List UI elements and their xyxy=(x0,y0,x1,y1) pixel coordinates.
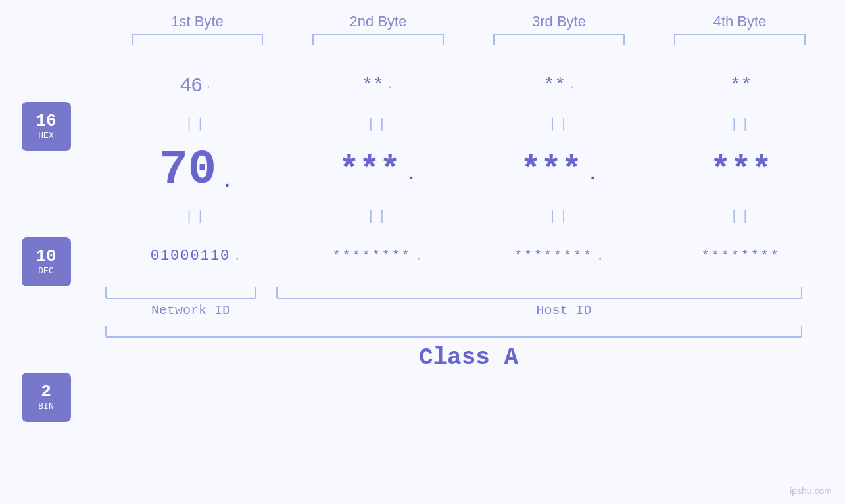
equals2-byte1: || xyxy=(110,208,281,225)
hex-badge-label: HEX xyxy=(38,131,53,141)
bin-badge-num: 2 xyxy=(41,382,51,401)
dec-badge-num: 10 xyxy=(36,247,56,266)
hex-badge-num: 16 xyxy=(36,112,56,131)
hex-byte3-cell: ** . xyxy=(474,75,645,95)
watermark: ipshu.com xyxy=(790,486,832,496)
network-bottom-bracket xyxy=(105,287,256,299)
content-area: 16 HEX 10 DEC 2 BIN 46 . ** xyxy=(0,52,845,504)
equals-row1: || || || || xyxy=(92,111,845,137)
dec-row: 70 . *** . *** . *** xyxy=(92,137,845,203)
hex-dot3: . xyxy=(568,78,575,91)
bin-byte2-cell: ******** . xyxy=(292,248,463,264)
wide-bottom-bracket xyxy=(105,326,802,338)
dec-badge: 10 DEC xyxy=(22,237,71,286)
dec-byte3-value: *** xyxy=(520,151,582,190)
dec-byte3-cell: *** . xyxy=(474,151,645,190)
top-brackets xyxy=(107,34,831,45)
bin-byte2-value: ******** xyxy=(333,248,412,263)
bin-byte4-cell: ******** xyxy=(656,248,827,263)
equals1-byte3: || xyxy=(474,116,645,133)
main-container: 1st Byte 2nd Byte 3rd Byte 4th Byte 16 H… xyxy=(0,0,845,504)
wide-bracket-row xyxy=(92,318,845,338)
bin-badge: 2 BIN xyxy=(22,373,71,422)
equals-row2: || || || || xyxy=(92,203,845,229)
bin-byte1-cell: 01000110 . xyxy=(110,248,281,264)
bin-row: 01000110 . ******** . ******** . *******… xyxy=(92,229,845,282)
class-label: Class A xyxy=(92,344,845,371)
dec-byte4-cell: *** xyxy=(656,151,827,190)
bin-byte3-value: ******** xyxy=(514,248,593,263)
hex-byte1-value: 46 xyxy=(180,74,202,96)
hex-byte3-value: ** xyxy=(543,75,566,95)
dec-byte2-value: *** xyxy=(339,151,400,190)
equals2-byte2: || xyxy=(292,208,463,225)
equals1-byte2: || xyxy=(292,116,463,133)
host-bottom-bracket xyxy=(276,287,802,299)
badges-column: 16 HEX 10 DEC 2 BIN xyxy=(0,52,92,504)
equals2-byte3: || xyxy=(474,208,645,225)
bottom-brackets-row xyxy=(92,285,845,299)
byte3-header: 3rd Byte xyxy=(487,13,631,30)
hex-row: 46 . ** . ** . ** xyxy=(92,58,845,111)
byte2-header: 2nd Byte xyxy=(306,13,450,30)
bin-dot3: . xyxy=(596,248,604,264)
bin-byte1-value: 01000110 xyxy=(151,248,231,264)
bin-badge-label: BIN xyxy=(38,401,53,411)
dec-byte4-value: *** xyxy=(710,151,772,190)
equals1-byte1: || xyxy=(110,116,281,133)
dec-dot2: . xyxy=(406,164,417,190)
hex-badge: 16 HEX xyxy=(22,102,71,151)
hex-byte4-value: ** xyxy=(730,75,752,95)
byte4-header: 4th Byte xyxy=(667,13,812,30)
hex-byte2-value: ** xyxy=(362,75,384,95)
network-id-label: Network ID xyxy=(105,303,276,318)
host-id-label: Host ID xyxy=(296,303,832,318)
bracket-byte3 xyxy=(493,34,625,45)
bracket-byte1 xyxy=(132,34,263,45)
bracket-byte4 xyxy=(674,34,806,45)
hex-dot1: . xyxy=(205,78,212,91)
dec-byte1-cell: 70 . xyxy=(110,143,281,197)
dec-dot3: . xyxy=(587,164,598,190)
hex-byte4-cell: ** xyxy=(656,75,827,95)
data-columns: 46 . ** . ** . ** || || || xyxy=(92,52,845,504)
dec-byte2-cell: *** . xyxy=(292,151,463,190)
hex-byte1-cell: 46 . xyxy=(110,74,281,96)
network-host-labels: Network ID Host ID xyxy=(92,299,845,318)
bin-dot2: . xyxy=(414,248,423,264)
bin-byte4-value: ******** xyxy=(702,248,781,263)
equals1-byte4: || xyxy=(656,116,827,133)
hex-dot2: . xyxy=(387,78,394,91)
bin-byte3-cell: ******** . xyxy=(474,248,645,264)
equals2-byte4: || xyxy=(656,208,827,225)
dec-badge-label: DEC xyxy=(38,266,53,276)
dec-dot1: . xyxy=(222,172,233,197)
bin-dot1: . xyxy=(233,248,241,264)
hex-byte2-cell: ** . xyxy=(292,75,463,95)
byte-headers: 1st Byte 2nd Byte 3rd Byte 4th Byte xyxy=(107,13,831,30)
dec-byte1-value: 70 xyxy=(160,143,216,197)
bracket-byte2 xyxy=(312,34,444,45)
byte1-header: 1st Byte xyxy=(125,13,270,30)
